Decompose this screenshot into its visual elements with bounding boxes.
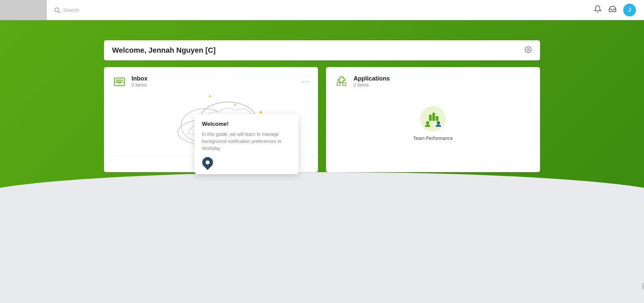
team-performance-section: Team Performance	[326, 95, 540, 148]
svg-point-14	[437, 121, 440, 124]
settings-icon[interactable]	[525, 46, 532, 55]
search-area[interactable]: Search	[47, 7, 594, 13]
pin-icon	[200, 155, 215, 170]
svg-rect-10	[429, 115, 432, 121]
inbox-header: Inbox 0 items ···	[104, 67, 318, 89]
tooltip-pin	[202, 157, 213, 168]
inbox-title: Inbox	[131, 75, 148, 82]
green-banner: Welcome, Jennah Nguyen [C]	[0, 20, 644, 199]
inbox-count: 0 items	[131, 82, 148, 88]
inbox-icon-graphic	[112, 74, 127, 89]
applications-count: 2 items	[354, 82, 390, 88]
svg-rect-4	[116, 80, 123, 81]
logo	[0, 0, 47, 20]
inbox-icon[interactable]	[608, 5, 616, 15]
team-performance-icon	[420, 105, 446, 132]
svg-rect-12	[436, 116, 438, 121]
search-icon	[54, 7, 60, 13]
tooltip-body: In this guide, we will learn to manage b…	[202, 131, 291, 152]
scrollbar[interactable]	[642, 283, 644, 290]
topbar-actions: J	[594, 4, 644, 16]
tooltip-popup: Welcome! In this guide, we will learn to…	[195, 114, 299, 174]
search-placeholder: Search	[63, 7, 79, 13]
applications-icon	[334, 74, 349, 89]
welcome-title: Welcome, Jennah Nguyen [C]	[112, 46, 216, 55]
svg-point-2	[527, 49, 529, 51]
svg-point-13	[426, 121, 429, 124]
svg-point-0	[55, 8, 59, 12]
svg-line-1	[58, 11, 60, 13]
topbar: Search J	[0, 0, 644, 20]
applications-title: Applications	[354, 75, 390, 82]
applications-card: Applications 2 items	[326, 67, 540, 172]
svg-rect-11	[432, 113, 435, 121]
bottom-area	[0, 199, 644, 303]
welcome-card: Welcome, Jennah Nguyen [C]	[104, 40, 540, 60]
team-performance-label: Team Performance	[413, 136, 453, 141]
avatar[interactable]: J	[623, 4, 636, 16]
apps-header: Applications 2 items	[326, 67, 540, 95]
notification-icon[interactable]	[594, 5, 602, 15]
tooltip-title: Welcome!	[202, 121, 291, 128]
inbox-menu-button[interactable]: ···	[302, 78, 310, 85]
content-area: Inbox 0 items ··· ✦ ✦ ✦	[104, 67, 540, 172]
